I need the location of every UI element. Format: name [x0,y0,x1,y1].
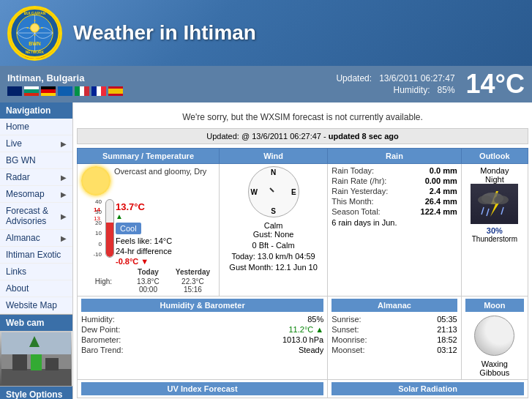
sidebar-item-ihtiman-exotic[interactable]: Ihtiman Exotic [0,247,72,264]
updated-label: Updated: [336,73,372,83]
sidebar-item-radar[interactable]: Radar ▶ [0,169,72,186]
outlook-cell: Monday Night [461,164,528,297]
flag-fr[interactable] [91,86,106,96]
thermometer-tube [105,199,114,258]
flag-de[interactable] [41,86,56,96]
updated-bar-text: Updated: @ 13/6/2011 06:27:47 - [206,132,329,141]
outlook-image [471,184,518,224]
flag-gr[interactable] [58,86,72,96]
chevron-right-icon: ▶ [61,234,67,242]
thermo-with-reading: 14 13 13.7°C ▲ Co [105,199,172,266]
temperature-reading: 13.7°C [116,201,172,212]
flag-es[interactable] [108,86,123,96]
sidebar-item-home[interactable]: Home [0,119,72,135]
compass-w: W [251,188,258,196]
chevron-right-icon: ▶ [61,140,67,148]
rain-row-1: Rain Rate (/hr): 0.00 mm [331,176,457,185]
sidebar-item-label: Forecast & Advisories [6,206,61,226]
humidity-barometer-header: Humidity & Barometer [81,299,323,312]
humidity-value: 85% [438,85,455,95]
outlook-pct: 30% [465,226,524,235]
chevron-right-icon: ▶ [61,190,67,198]
sunset-row: Sunset: 21:13 [331,325,457,334]
chevron-right-icon: ▶ [61,212,67,220]
location-name: Ihtiman, Bulgaria [7,72,336,83]
rain-row-3: This Month: 26.4 mm [331,197,457,206]
flag-bg[interactable] [24,86,39,96]
bottom-row: UV Index Forecast Solar Radiation [78,380,528,398]
thermometer-fill [106,223,113,257]
hr-diff-value: -0.8°C ▼ [116,257,172,266]
style-section: Style Options Style: [0,386,72,399]
sidebar-item-mesomap[interactable]: Mesomap ▶ [0,186,72,203]
rain-row-4: Season Total: 122.4 mm [331,207,457,216]
updated-text: Updated: 13/6/2011 06:27:47 [336,73,454,83]
svg-rect-14 [12,354,27,370]
almanac-cell: Almanac Sunrise: 05:35 Sunset: 21:13 Moo… [328,297,462,380]
moonset-row: Moonset: 03:12 [331,346,457,354]
outlook-condition: Thunderstorm [465,235,524,243]
outlook-day: Monday [465,166,524,175]
wind-calm-text: Calm [264,221,283,230]
svg-rect-13 [1,369,71,385]
sidebar-item-label: Website Map [6,300,57,310]
moonrise-row: Moonrise: 18:52 [331,335,457,344]
sidebar-item-almanac[interactable]: Almanac ▶ [0,230,72,247]
flag-it[interactable] [75,86,89,96]
update-temp: Updated: 13/6/2011 06:27:47 Humidity: 85… [336,73,454,95]
svg-point-24 [494,195,509,204]
rain-days: 6 rain days in Jun. [331,218,457,227]
high-label: High: [81,277,126,286]
temp-arrow: ▲ [116,212,172,220]
summary-top: Overcast and gloomy, Dry [81,166,215,195]
rain-row-0: Rain Today: 0.0 mm [331,166,457,175]
rain-row-2: Rain Yesterday: 2.4 mm [331,187,457,195]
outlook-header: Outlook [461,149,528,164]
main-data-row: Overcast and gloomy, Dry 40 30 20 10 0 [78,164,528,297]
sidebar-item-label: Mesomap [6,189,45,199]
sidebar-item-live[interactable]: Live ▶ [0,135,72,152]
ty-col-labels: High: [81,268,126,294]
moon-phase: Waxing [465,359,524,368]
time-yesterday: 15:16 [171,286,215,294]
thermo-readings: 13.7°C ▲ Cool Feels like: 14°C 24-hr dif… [116,199,172,266]
sidebar-item-about[interactable]: About [0,280,72,297]
rain-yesterday-value: 2.4 mm [430,187,457,195]
site-title: Weather in Ihtiman [73,21,256,45]
flag-uk[interactable] [7,86,22,96]
sidebar-item-website-map[interactable]: Website Map [0,297,72,314]
sidebar-item-bgwn[interactable]: BG WN [0,152,72,169]
wxsim-notice: We're sorry, but the WXSIM forecast is n… [77,106,528,128]
rain-today-value: 0.0 mm [430,166,457,175]
sidebar-item-forecast[interactable]: Forecast & Advisories ▶ [0,203,72,230]
webcam-section: Web cam [0,314,72,386]
rain-rate-value: 0.00 mm [425,176,457,185]
updated-bar: Updated: @ 13/6/2011 06:27:47 - updated … [77,128,528,144]
svg-point-23 [478,195,492,204]
sidebar-item-links[interactable]: Links [0,264,72,280]
main-layout: Navigation Home Live ▶ BG WN Radar ▶ Mes… [0,102,532,399]
hr-diff-label: 24-hr difference [116,247,172,256]
svg-text:BWN: BWN [29,41,40,46]
solar-cell: Solar Radiation [328,380,528,398]
today-header: Today [126,268,171,276]
style-title: Style Options [0,387,72,399]
rain-month-label: This Month: [331,197,373,206]
dewpoint-row: Dew Point: 11.2°C ▲ [81,325,323,334]
svg-line-19 [270,188,274,192]
rain-season-label: Season Total: [331,207,380,216]
wind-speed-line: 0 Bft - Calm [223,241,323,250]
moon-cell: Moon Waxing Gibbous [461,297,528,380]
summary-description: Overcast and gloomy, Dry [114,166,206,177]
svg-rect-16 [45,358,59,370]
temperature-display: 14°C [466,69,525,100]
wind-calm: Calm Gust: None [223,221,323,239]
flags [7,86,336,96]
compass-s: S [271,207,276,215]
summary-header: Summary / Temperature [78,149,220,164]
yesterday-header: Yesterday [171,268,215,276]
wind-gust-month: Gust Month: 12.1 Jun 10 [223,263,323,272]
cool-button[interactable]: Cool [116,223,141,234]
rain-month-value: 26.4 mm [425,197,457,206]
rain-cell: Rain Today: 0.0 mm Rain Rate (/hr): 0.00… [328,164,462,297]
